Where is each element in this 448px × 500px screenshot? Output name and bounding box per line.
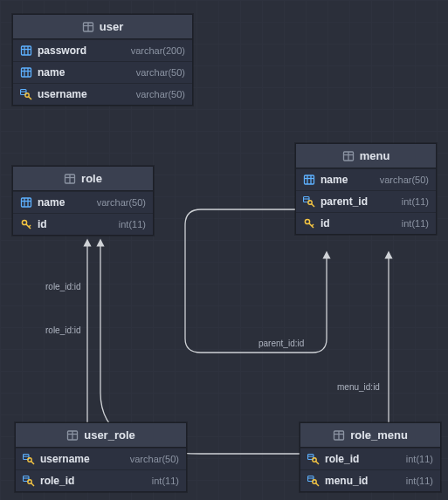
column-type: varchar(50) — [136, 89, 185, 99]
table-role[interactable]: rolenamevarchar(50)idint(11) — [12, 166, 154, 236]
table-header[interactable]: user — [13, 15, 192, 39]
column-type: varchar(50) — [136, 67, 185, 78]
column-name: name — [38, 66, 65, 79]
column-name: parent_id — [320, 195, 368, 208]
column-name: username — [40, 453, 90, 465]
table-header[interactable]: menu — [296, 144, 436, 168]
column-type: int(11) — [406, 476, 433, 486]
column-type: varchar(50) — [130, 454, 179, 464]
column-row[interactable]: idint(11) — [13, 213, 153, 235]
table-header[interactable]: user_role — [16, 423, 186, 448]
table-title: menu — [360, 149, 390, 162]
column-row[interactable]: menu_idint(11) — [300, 469, 440, 491]
column-icon — [20, 66, 32, 79]
column-name: role_id — [325, 453, 359, 465]
column-name: menu_id — [325, 475, 368, 487]
table-title: role — [81, 172, 102, 185]
foreign-key-icon — [23, 453, 35, 465]
column-name: id — [320, 217, 330, 229]
table-header[interactable]: role — [13, 167, 153, 191]
table-icon — [64, 173, 76, 185]
column-type: int(11) — [119, 219, 146, 229]
column-row[interactable]: namevarchar(50) — [296, 168, 436, 190]
column-type: varchar(200) — [131, 45, 185, 56]
table-icon — [333, 429, 345, 442]
primary-key-icon — [303, 217, 315, 229]
column-type: varchar(50) — [97, 197, 146, 208]
column-row[interactable]: usernamevarchar(50) — [16, 448, 186, 469]
table-header[interactable]: role_menu — [300, 423, 440, 448]
column-name: name — [320, 174, 348, 186]
column-type: int(11) — [152, 476, 179, 486]
table-title: user_role — [84, 428, 135, 442]
column-icon — [303, 174, 315, 186]
column-row[interactable]: namevarchar(50) — [13, 191, 153, 213]
column-name: password — [38, 45, 86, 57]
table-icon — [66, 429, 79, 442]
column-icon — [20, 196, 32, 209]
column-type: int(11) — [406, 454, 433, 464]
foreign-key-icon — [20, 88, 32, 100]
foreign-key-icon — [303, 195, 315, 208]
foreign-key-icon — [307, 453, 320, 465]
column-icon — [20, 45, 32, 57]
column-row[interactable]: parent_idint(11) — [296, 190, 436, 212]
primary-key-icon — [20, 218, 32, 230]
column-row[interactable]: role_idint(11) — [300, 448, 440, 469]
foreign-key-icon — [307, 475, 320, 487]
table-icon — [82, 21, 94, 33]
foreign-key-icon — [23, 475, 35, 487]
table-user[interactable]: userpasswordvarchar(200)namevarchar(50)u… — [12, 14, 193, 106]
column-row[interactable]: passwordvarchar(200) — [13, 39, 192, 61]
column-type: int(11) — [402, 196, 429, 207]
column-row[interactable]: role_idint(11) — [16, 469, 186, 491]
column-name: name — [38, 196, 65, 209]
table-role-menu[interactable]: role_menurole_idint(11)menu_idint(11) — [300, 422, 441, 492]
column-type: varchar(50) — [380, 175, 429, 185]
column-name: id — [38, 218, 47, 230]
column-name: username — [38, 88, 87, 100]
column-name: role_id — [40, 475, 74, 487]
table-menu[interactable]: menunamevarchar(50)parent_idint(11)idint… — [295, 143, 437, 235]
table-title: user — [100, 20, 123, 33]
table-icon — [342, 150, 355, 162]
column-row[interactable]: idint(11) — [296, 212, 436, 234]
table-user-role[interactable]: user_roleusernamevarchar(50)role_idint(1… — [15, 422, 187, 492]
column-row[interactable]: namevarchar(50) — [13, 61, 192, 83]
column-type: int(11) — [402, 218, 429, 229]
column-row[interactable]: usernamevarchar(50) — [13, 83, 192, 105]
table-title: role_menu — [350, 428, 408, 442]
